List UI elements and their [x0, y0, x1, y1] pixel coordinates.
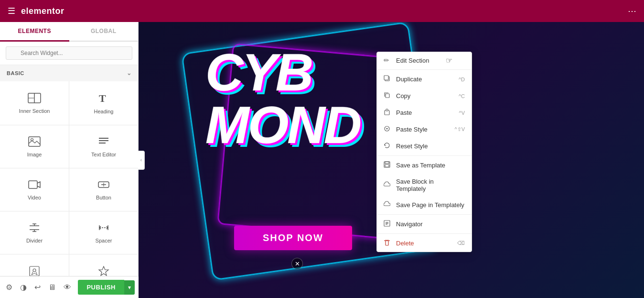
ctx-shortcut-copy: ^C — [459, 93, 465, 99]
widget-grid: Inner Section T Heading — [0, 81, 138, 298]
save-block-icon — [384, 181, 391, 189]
svg-rect-4 — [29, 137, 40, 146]
widget-text-editor[interactable]: Text Editor — [69, 125, 138, 168]
divider-icon — [28, 222, 41, 235]
ctx-shortcut-duplicate: ^D — [459, 77, 465, 82]
paste-icon — [384, 109, 391, 117]
ctx-edit-section[interactable]: ✏ Edit Section ☞ — [377, 52, 472, 68]
publish-group: PUBLISH ▾ — [78, 280, 135, 295]
delete-icon — [384, 239, 391, 247]
bottom-toolbar: ⚙ ◑ ↩ 🖥 👁 PUBLISH ▾ — [0, 276, 139, 298]
canvas-area[interactable]: CYB MOND SHOP NOW ✕ ✏ Edit Section ☞ — [139, 22, 644, 298]
svg-rect-31 — [385, 165, 389, 167]
svg-rect-9 — [29, 181, 37, 188]
ctx-paste-style[interactable]: Paste Style ^⇧V — [377, 121, 472, 138]
cyber-monday-text: CYB MOND — [205, 46, 360, 151]
cyber-text-line1: CYB — [205, 46, 360, 99]
settings-icon[interactable]: ⚙ — [4, 281, 14, 294]
svg-text:T: T — [99, 92, 106, 104]
ctx-save-template[interactable]: Save as Template — [377, 157, 472, 174]
search-input[interactable] — [6, 46, 132, 60]
search-bar — [0, 42, 138, 65]
svg-marker-22 — [99, 266, 108, 276]
ctx-label-navigator: Navigator — [396, 221, 465, 228]
copy-icon — [384, 92, 391, 100]
widget-label-spacer: Spacer — [96, 238, 112, 243]
theme-icon[interactable]: ◑ — [18, 281, 29, 294]
ctx-label-delete: Delete — [396, 240, 452, 247]
edit-icon: ✏ — [384, 56, 391, 64]
ctx-divider-2 — [377, 155, 472, 156]
ctx-label-paste: Paste — [396, 109, 454, 116]
ctx-copy[interactable]: Copy ^C — [377, 88, 472, 104]
context-menu: ✏ Edit Section ☞ Duplicate ^D — [376, 52, 472, 252]
widget-label-divider: Divider — [26, 238, 43, 243]
widget-inner-section[interactable]: Inner Section — [0, 81, 69, 125]
chevron-down-icon[interactable]: ⌄ — [127, 70, 132, 77]
save-template-icon — [384, 161, 391, 169]
svg-rect-25 — [386, 94, 389, 98]
widget-label-video: Video — [28, 195, 41, 200]
spacer-icon — [97, 222, 110, 235]
heading-icon: T — [98, 92, 109, 106]
ctx-duplicate[interactable]: Duplicate ^D — [377, 71, 472, 88]
widget-divider[interactable]: Divider — [0, 211, 69, 254]
publish-dropdown-button[interactable]: ▾ — [124, 280, 135, 295]
publish-button[interactable]: PUBLISH — [78, 280, 124, 295]
ctx-divider-1 — [377, 69, 472, 70]
paste-style-icon — [384, 125, 391, 133]
main-layout: ELEMENTS GLOBAL BASIC ⌄ — [0, 22, 644, 298]
ctx-reset-style[interactable]: Reset Style — [377, 138, 472, 155]
widget-button[interactable]: Button — [69, 168, 138, 211]
ctx-label-paste-style: Paste Style — [396, 126, 450, 133]
duplicate-icon — [384, 75, 391, 83]
save-page-icon — [384, 201, 391, 209]
top-bar: ☰ elementor ⋯ — [0, 0, 644, 22]
ctx-label-reset-style: Reset Style — [396, 143, 465, 150]
ctx-label-save-template: Save as Template — [396, 162, 465, 169]
hamburger-icon[interactable]: ☰ — [8, 6, 15, 16]
ctx-label-copy: Copy — [396, 92, 454, 99]
ctx-paste[interactable]: Paste ^V — [377, 104, 472, 121]
section-header-basic: BASIC ⌄ — [0, 65, 138, 81]
widget-heading[interactable]: T Heading — [69, 81, 138, 125]
ctx-divider-4 — [377, 233, 472, 234]
history-icon[interactable]: ↩ — [32, 281, 43, 294]
widget-video[interactable]: Video — [0, 168, 69, 211]
preview-icon[interactable]: 👁 — [62, 281, 73, 294]
widget-label-image: Image — [27, 152, 42, 157]
navigator-icon — [384, 220, 391, 228]
ctx-shortcut-delete: ⌫ — [457, 240, 465, 246]
ctx-navigator[interactable]: Navigator — [377, 216, 472, 232]
tab-global[interactable]: GLOBAL — [69, 22, 139, 41]
ctx-save-block[interactable]: Save Block in Templately — [377, 174, 472, 197]
cyber-text-line2: MOND — [205, 99, 360, 151]
widget-image[interactable]: Image — [0, 125, 69, 168]
reset-icon — [384, 142, 391, 150]
ctx-shortcut-paste: ^V — [459, 110, 465, 116]
ctx-label-edit: Edit Section — [396, 57, 465, 64]
responsive-icon[interactable]: 🖥 — [46, 281, 58, 294]
sidebar-collapse-handle[interactable]: ‹ — [138, 151, 145, 170]
section-label-basic: BASIC — [7, 70, 24, 76]
ctx-divider-3 — [377, 214, 472, 215]
search-wrapper — [6, 46, 132, 60]
widget-label-button: Button — [96, 195, 111, 200]
tab-elements[interactable]: ELEMENTS — [0, 22, 69, 42]
ctx-label-save-block: Save Block in Templately — [396, 178, 465, 192]
bottom-icons: ⚙ ◑ ↩ 🖥 👁 — [4, 281, 73, 294]
button-icon — [97, 179, 110, 192]
ctx-save-page[interactable]: Save Page in Templately — [377, 197, 472, 213]
video-icon — [28, 179, 41, 192]
grid-icon[interactable]: ⋯ — [628, 6, 636, 16]
widget-label-inner-section: Inner Section — [19, 108, 50, 114]
widget-spacer[interactable]: Spacer — [69, 211, 138, 254]
widget-label-text-editor: Text Editor — [91, 152, 116, 157]
canvas-close-icon[interactable]: ✕ — [291, 258, 303, 269]
svg-rect-27 — [386, 109, 388, 111]
ctx-delete[interactable]: Delete ⌫ — [377, 235, 472, 252]
shop-now-button[interactable]: SHOP NOW — [234, 226, 352, 250]
inner-section-icon — [28, 93, 41, 105]
top-bar-left: ☰ elementor — [8, 6, 64, 16]
image-icon — [28, 136, 41, 149]
